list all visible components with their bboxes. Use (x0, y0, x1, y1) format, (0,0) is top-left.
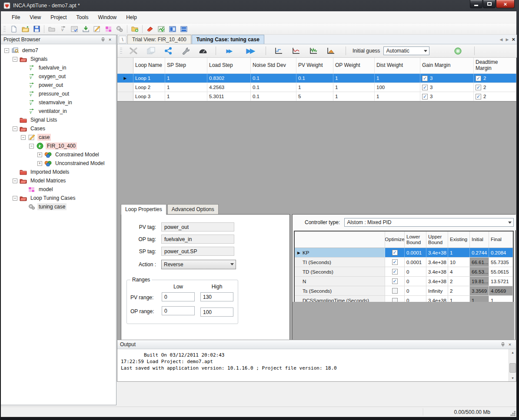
tab-advanced-options[interactable]: Advanced Options (167, 204, 219, 215)
col-sp-step[interactable]: SP Step (165, 58, 207, 73)
cell-initial[interactable]: 19.81... (470, 277, 489, 286)
close-button[interactable]: × (496, 0, 515, 8)
panel-close-icon[interactable]: × (106, 36, 113, 43)
tree-label[interactable]: oxygen_out (37, 73, 67, 80)
step-forward-button[interactable]: ▶▶ (222, 45, 235, 56)
op-tag-field[interactable]: fuelvalve_in (161, 235, 234, 244)
collapse-icon[interactable]: − (4, 48, 9, 53)
import-button[interactable] (80, 24, 91, 34)
param-name[interactable]: N (303, 279, 306, 284)
col-upper-bound[interactable]: Upper Bound (426, 231, 448, 248)
col-pv-weight[interactable]: PV Weight (296, 58, 333, 73)
pin-icon[interactable] (100, 36, 106, 43)
pid-row-td[interactable]: TD (Seconds) ✓ 0 3.4e+38 4 66.53... 55.0… (295, 267, 513, 277)
col-initial[interactable]: Initial (470, 231, 489, 248)
plot-response-button[interactable] (289, 45, 303, 56)
tree-item-fuelvalve-in[interactable]: vfuelvalve_in (1, 63, 116, 72)
op-range-high-input[interactable] (200, 308, 233, 317)
gauge-button[interactable] (196, 45, 210, 56)
cell-noise[interactable]: 0.1 (251, 74, 296, 83)
tree-label[interactable]: ventilator_in (37, 108, 68, 115)
toolbar-grip[interactable] (3, 26, 6, 33)
tree-label[interactable]: pressure_out (37, 90, 70, 97)
tree-item-ventilator-in[interactable]: vventilator_in (1, 107, 116, 116)
optimize-checkbox[interactable]: ✓ (392, 259, 398, 265)
output-scrollbar[interactable]: ▲ ▼ (509, 349, 516, 381)
tree-item-demo7[interactable]: −demo7 (1, 46, 116, 55)
deadtime-margin-checkbox[interactable]: ✓ (476, 94, 481, 99)
signal-list-button[interactable] (69, 24, 80, 34)
gain-margin-checkbox[interactable]: ✓ (422, 94, 428, 99)
cell-upper[interactable]: Infinity (426, 286, 448, 295)
cell-lower[interactable]: 0 (405, 267, 426, 276)
title-bar[interactable]: INCA AptiTune - demo7.apt * × (0, 0, 519, 11)
col-lower-bound[interactable]: Lower Bound (405, 231, 426, 248)
cell-initial[interactable]: 66.53... (470, 267, 489, 276)
tab-trial-view[interactable]: Trial View: FIR_10_400 (127, 35, 191, 44)
cell-op-weight[interactable]: 1 (333, 92, 375, 101)
tree-label[interactable]: Unconstrained Model (54, 160, 106, 167)
cell-sp-step[interactable]: 1 (165, 83, 207, 92)
collapse-icon[interactable]: − (13, 126, 17, 131)
cell-loop-name[interactable]: Loop 3 (133, 92, 165, 101)
gain-margin-checkbox[interactable]: ✓ (422, 85, 428, 90)
scroll-up-icon[interactable]: ▲ (509, 349, 516, 356)
loop-row-1[interactable]: ▶ Loop 1 1 0.8302 0.1 0.1 1 1 ✓3 ✓2 (117, 74, 516, 83)
cell-deadtime-margin[interactable]: 2 (483, 76, 486, 81)
menu-window[interactable]: Window (93, 12, 122, 23)
cell-upper[interactable]: 3.4e+38 (426, 258, 448, 267)
add-project-folder-button[interactable] (130, 24, 140, 34)
loop-row-2[interactable]: Loop 2 1 4.2563 0.1 1 1 100 ✓3 ✓2 (117, 83, 516, 92)
cell-loop-name[interactable]: Loop 1 (133, 74, 165, 83)
tree-label[interactable]: Imported Models (29, 169, 70, 175)
pin-icon[interactable] (499, 341, 506, 348)
cell-existing[interactable]: 4 (448, 267, 470, 276)
tree-item-constrained-model[interactable]: +Constrained Model (1, 150, 116, 159)
tree-item-fir-10-400[interactable]: −FIR_10_400 (1, 142, 116, 150)
maximize-button[interactable] (483, 0, 496, 8)
loop-row-3[interactable]: Loop 3 1 5.3011 0.1 5 1 1 ✓3 ✓2 (117, 92, 516, 101)
tree-label[interactable]: FIR_10_400 (46, 142, 77, 149)
cell-op-weight[interactable]: 1 (333, 74, 375, 83)
cell-final[interactable]: 0.2084 (489, 248, 513, 257)
col-optimize[interactable]: Optimize (385, 231, 405, 248)
tree-label[interactable]: steamvalve_in (37, 99, 73, 106)
tree-label[interactable]: demo7 (21, 47, 40, 54)
cell-pv-weight[interactable]: 0.1 (296, 74, 333, 83)
settings-gears-button[interactable] (114, 24, 125, 34)
cell-noise[interactable]: 0.1 (251, 83, 296, 92)
tree-label[interactable]: Signal Lists (29, 116, 58, 123)
chart-result-button[interactable] (156, 24, 166, 34)
open-project-button[interactable] (20, 24, 30, 34)
initial-guess-combo[interactable]: Automatic (383, 46, 429, 55)
collapse-icon[interactable]: − (13, 57, 17, 62)
tab-close-icon[interactable]: × (512, 36, 515, 43)
plot-load-button[interactable] (324, 45, 337, 56)
action-combo[interactable]: Reverse (161, 260, 236, 269)
tree-label[interactable]: Model Matrices (29, 177, 67, 184)
tree-label[interactable]: case (37, 134, 51, 141)
tree-item-tuning-case[interactable]: tuning case (1, 202, 116, 211)
cell-upper[interactable]: 3.4e+38 (426, 277, 448, 286)
sp-tag-field[interactable]: power_out.SP (161, 247, 234, 256)
optimize-checkbox[interactable]: ✓ (392, 269, 398, 274)
menu-help[interactable]: Help (121, 12, 142, 23)
cell-sp-step[interactable]: 1 (165, 92, 207, 101)
cell-initial[interactable]: 0.2744 (470, 248, 489, 257)
tree-item-case[interactable]: −case (1, 133, 116, 142)
cell-dist-weight[interactable]: 1 (375, 74, 420, 83)
cell-gain-margin[interactable]: 3 (430, 94, 432, 99)
expand-icon[interactable]: + (37, 152, 42, 157)
copy-pages-button[interactable] (144, 45, 157, 56)
col-gain-margin[interactable]: Gain Margin (420, 58, 474, 73)
edit-case-button[interactable] (92, 24, 102, 34)
cell-pv-weight[interactable]: 5 (296, 92, 333, 101)
tree-item-pressure-out[interactable]: vpressure_out (1, 89, 116, 98)
tree-label[interactable]: model (37, 186, 54, 193)
param-name[interactable]: KP (303, 250, 309, 255)
cell-lower[interactable]: 0.0001 (405, 248, 426, 257)
collapse-icon[interactable]: − (13, 179, 17, 183)
param-name[interactable]: TI (Seconds) (303, 260, 331, 265)
toolbar-grip[interactable] (120, 47, 122, 54)
run-forward-button[interactable]: ▶▶ (243, 45, 256, 56)
